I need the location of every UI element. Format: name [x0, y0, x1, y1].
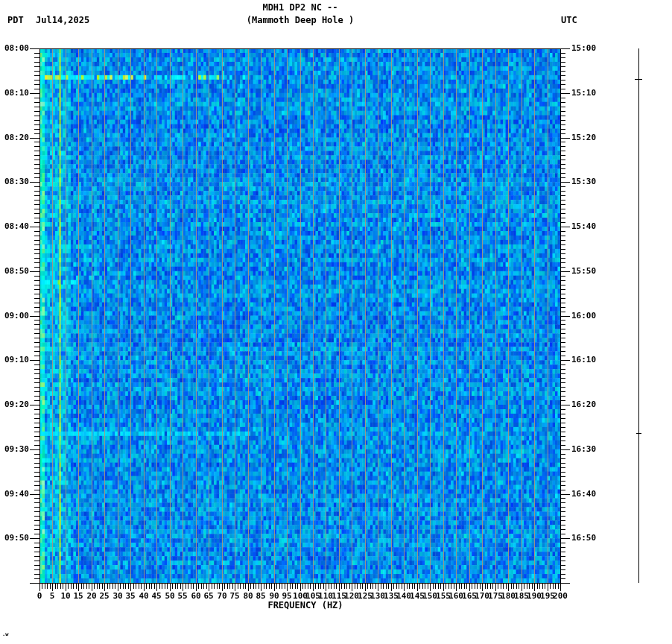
freq-tick-label: 200 [553, 592, 568, 601]
left-time-tick-label: 08:50 [0, 267, 29, 276]
right-time-tick-label: 15:50 [571, 267, 596, 276]
right-time-tick-label: 15:20 [571, 133, 596, 142]
left-time-tick-label: 08:00 [0, 44, 29, 53]
right-time-tick-label: 16:50 [571, 534, 596, 543]
freq-tick-label: 80 [243, 592, 253, 601]
freq-tick-label: 150 [422, 592, 437, 601]
left-time-tick-label: 08:40 [0, 222, 29, 231]
freq-tick-label: 60 [191, 592, 200, 601]
freq-tick-label: 45 [151, 592, 161, 601]
right-time-tick-label: 16:20 [571, 400, 596, 409]
right-time-tick-label: 16:10 [571, 356, 596, 364]
right-time-tick-label: 16:30 [571, 445, 596, 454]
freq-tick-label: 65 [203, 592, 213, 601]
page-title: MDH1 DP2 NC -- [262, 2, 337, 13]
freq-tick-label: 55 [177, 592, 187, 601]
timezone-right-label: UTC [561, 15, 577, 25]
right-time-tick-label: 16:40 [571, 490, 596, 499]
left-time-tick-label: 09:40 [0, 490, 29, 499]
right-time-tick-label: 15:30 [571, 177, 596, 186]
freq-tick-label: 190 [527, 592, 542, 601]
left-time-tick-label: 09:30 [0, 445, 29, 454]
freq-tick-label: 40 [139, 592, 148, 601]
freq-tick-label: 20 [86, 592, 96, 601]
corner-artifact-text: .w [2, 631, 8, 637]
freq-tick-label: 0 [37, 592, 42, 601]
freq-tick-label: 170 [475, 592, 489, 601]
freq-tick-label: 85 [256, 592, 265, 601]
left-time-tick-label: 08:10 [0, 89, 29, 98]
right-time-tick-label: 15:40 [571, 222, 596, 231]
timezone-left-label: PDT [7, 15, 24, 25]
date-label: Jul14,2025 [36, 15, 89, 25]
left-time-tick-label: 09:00 [0, 312, 29, 321]
freq-tick-label: 35 [125, 592, 135, 601]
freq-tick-label: 15 [73, 592, 83, 601]
spectrogram-page: MDH1 DP2 NC -- (Mammoth Deep Hole ) PDT … [0, 0, 672, 644]
frequency-axis-title: FREQUENCY (HZ) [267, 600, 343, 610]
freq-tick-label: 160 [448, 592, 463, 601]
freq-tick-label: 120 [344, 592, 359, 601]
right-time-tick-label: 15:10 [571, 89, 596, 98]
freq-tick-label: 5 [50, 592, 55, 601]
freq-tick-label: 30 [112, 592, 122, 601]
freq-tick-label: 130 [370, 592, 385, 601]
left-time-tick-label: 08:30 [0, 177, 29, 186]
left-time-tick-label: 09:50 [0, 534, 29, 543]
left-time-tick-label: 08:20 [0, 133, 29, 142]
right-time-tick-label: 16:00 [571, 312, 596, 321]
freq-tick-label: 140 [396, 592, 411, 601]
left-time-tick-label: 09:20 [0, 400, 29, 409]
freq-tick-label: 70 [217, 592, 226, 601]
freq-tick-label: 75 [229, 592, 239, 601]
freq-tick-label: 50 [165, 592, 174, 601]
freq-tick-label: 180 [501, 592, 516, 601]
left-time-tick-label: 09:10 [0, 356, 29, 364]
page-subtitle: (Mammoth Deep Hole ) [247, 15, 355, 25]
freq-tick-label: 10 [60, 592, 70, 601]
freq-tick-label: 25 [99, 592, 109, 601]
right-time-tick-label: 15:00 [571, 44, 596, 53]
